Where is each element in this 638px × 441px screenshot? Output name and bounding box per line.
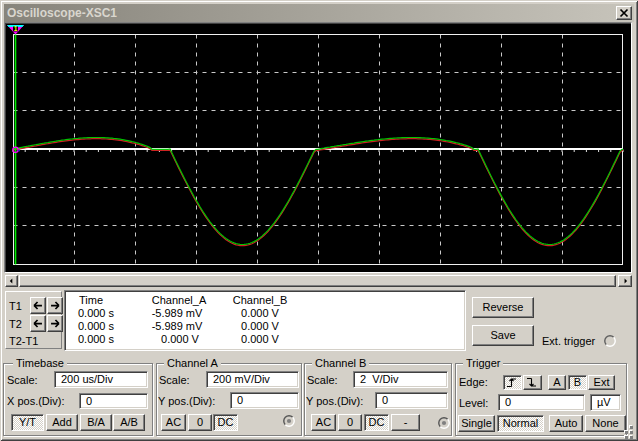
svg-text:1: 1 <box>14 25 18 32</box>
